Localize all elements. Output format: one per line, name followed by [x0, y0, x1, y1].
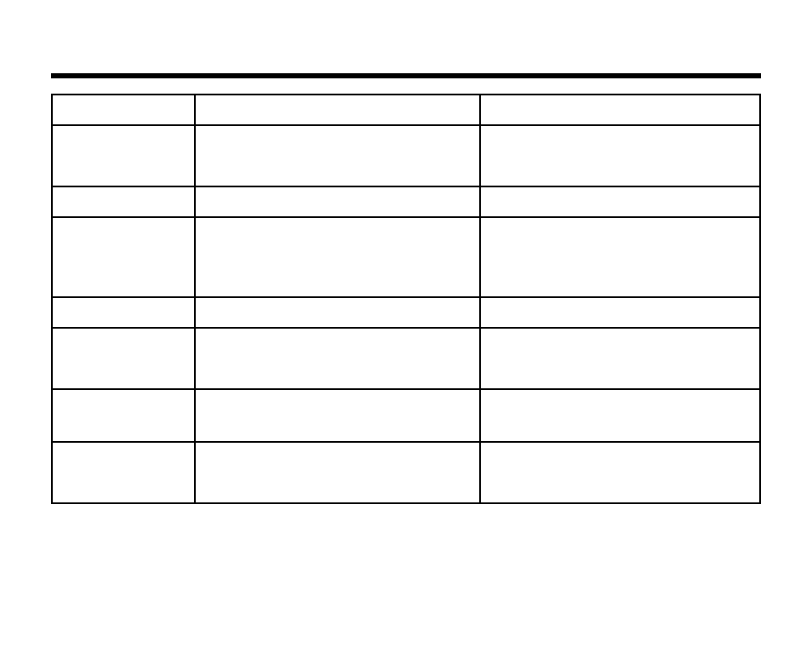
- table-row: [52, 328, 760, 389]
- table-cell: [52, 217, 195, 297]
- cell-text: [481, 126, 759, 186]
- table-cell: [480, 442, 760, 503]
- cell-text: [196, 298, 479, 327]
- table-row: [52, 297, 760, 328]
- table-cell: [480, 328, 760, 389]
- cell-text: [196, 218, 479, 296]
- cell-text: [481, 443, 759, 502]
- cell-text: [53, 95, 194, 124]
- table-cell: [195, 125, 480, 186]
- cell-text: [196, 390, 479, 441]
- table-row: [52, 442, 760, 503]
- table-cell: [480, 217, 760, 297]
- table-cell: [480, 186, 760, 217]
- table-cell: [52, 125, 195, 186]
- cell-text: [481, 390, 759, 441]
- table-cell: [52, 328, 195, 389]
- table-cell: [52, 442, 195, 503]
- cell-text: [196, 187, 479, 216]
- cell-text: [481, 218, 759, 296]
- table-row: [52, 186, 760, 217]
- table-cell: [52, 389, 195, 442]
- cell-text: [53, 329, 194, 388]
- cell-text: [53, 443, 194, 502]
- cell-text: [481, 187, 759, 216]
- cell-text: [481, 298, 759, 327]
- table-cell: [52, 186, 195, 217]
- table-cell: [480, 389, 760, 442]
- table-row: [52, 389, 760, 442]
- cell-text: [53, 126, 194, 186]
- table-cell: [480, 297, 760, 328]
- cell-text: [196, 95, 479, 124]
- table-row: [52, 217, 760, 297]
- table-cell: [195, 389, 480, 442]
- table-cell: [195, 297, 480, 328]
- table-row: [52, 125, 760, 186]
- cell-text: [481, 329, 759, 388]
- table-cell: [195, 328, 480, 389]
- table-cell: [52, 95, 195, 125]
- cell-text: [53, 298, 194, 327]
- table-cell: [195, 186, 480, 217]
- table-row: [52, 95, 760, 125]
- cell-text: [53, 218, 194, 296]
- cell-text: [53, 187, 194, 216]
- cell-text: [196, 126, 479, 186]
- cell-text: [53, 390, 194, 441]
- table-cell: [195, 217, 480, 297]
- horizontal-rule: [51, 73, 761, 78]
- table-cell: [195, 442, 480, 503]
- cell-text: [481, 95, 759, 124]
- table-cell: [480, 125, 760, 186]
- cell-text: [196, 329, 479, 388]
- table-cell: [52, 297, 195, 328]
- table-cell: [195, 95, 480, 125]
- cell-text: [196, 443, 479, 502]
- document-page: [0, 0, 812, 665]
- data-table: [51, 94, 761, 504]
- table-cell: [480, 95, 760, 125]
